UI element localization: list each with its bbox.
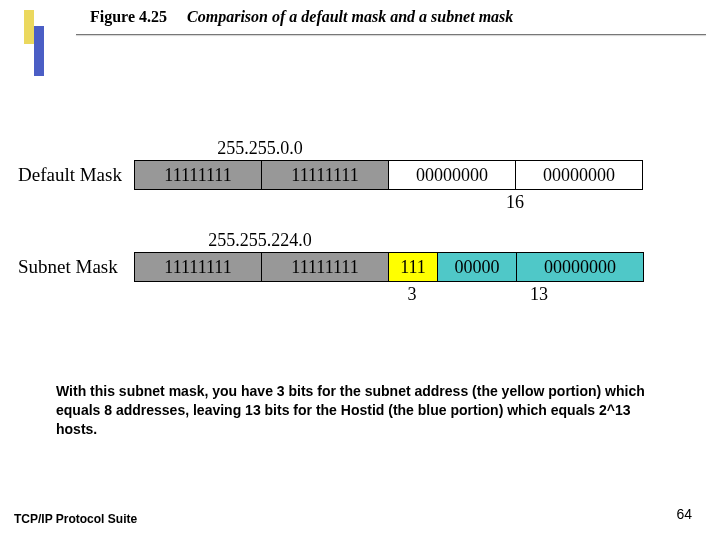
bit-octet: 00000000 xyxy=(515,161,642,189)
bit-octet: 11111111 xyxy=(261,161,388,189)
subnet-bits: 111 xyxy=(388,253,437,281)
title-rule xyxy=(76,34,706,35)
default-mask-bits: 11111111 11111111 00000000 00000000 xyxy=(134,160,643,190)
slide-bullet-deco xyxy=(24,10,44,60)
host-bit-count: 13 xyxy=(436,284,642,305)
bit-octet: 11111111 xyxy=(135,161,261,189)
host-bits: 00000000 xyxy=(516,253,643,281)
mask-diagram: 255.255.0.0 Default Mask 11111111 111111… xyxy=(18,136,704,306)
subnet-mask-label: Subnet Mask xyxy=(18,256,134,278)
default-mask-value: 255.255.0.0 xyxy=(134,138,386,159)
explanation-note: With this subnet mask, you have 3 bits f… xyxy=(56,382,660,439)
bit-octet: 11111111 xyxy=(135,253,261,281)
default-hostid-bits: 16 xyxy=(388,192,642,213)
figure-number: Figure 4.25 xyxy=(90,8,167,25)
subnet-mask-value: 255.255.224.0 xyxy=(134,230,386,251)
bit-octet: 00000000 xyxy=(388,161,515,189)
figure-caption: Comparison of a default mask and a subne… xyxy=(187,8,513,25)
subnet-bit-count: 3 xyxy=(388,284,436,305)
host-bits: 00000 xyxy=(437,253,516,281)
bit-octet: 11111111 xyxy=(261,253,388,281)
default-mask-label: Default Mask xyxy=(18,164,134,186)
figure-title: Figure 4.25 Comparison of a default mask… xyxy=(90,8,513,26)
footer-source: TCP/IP Protocol Suite xyxy=(14,512,137,526)
page-number: 64 xyxy=(676,506,692,522)
subnet-mask-bits: 11111111 11111111 111 00000 00000000 xyxy=(134,252,644,282)
